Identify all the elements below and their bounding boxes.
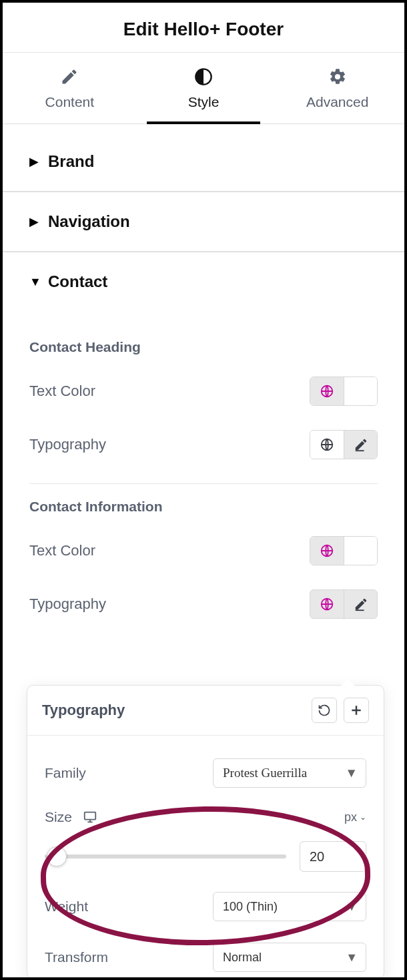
caret-down-icon: ▼ — [29, 275, 39, 289]
section-contact-body: Contact Heading Text Color Typography — [3, 311, 404, 638]
reset-button[interactable] — [312, 698, 337, 723]
row-contact-info-text-color: Text Color — [29, 524, 378, 577]
globe-button[interactable] — [310, 590, 344, 618]
label-size: Size — [45, 809, 72, 825]
color-swatch-button[interactable] — [344, 377, 377, 405]
size-value: 20 — [310, 849, 324, 865]
row-contact-heading-typography: Typography — [29, 418, 378, 471]
contact-information-label: Contact Information — [29, 499, 378, 515]
typography-control — [310, 430, 378, 459]
tab-content-label: Content — [45, 94, 95, 110]
caret-down-icon: ▼ — [345, 766, 358, 780]
globe-button[interactable] — [310, 431, 344, 459]
size-slider[interactable] — [45, 854, 286, 859]
transform-select[interactable]: Normal ▼ — [213, 943, 366, 972]
caret-right-icon: ▶ — [29, 214, 39, 229]
globe-button[interactable] — [310, 377, 344, 405]
panel-header: Edit Hello+ Footer — [3, 3, 404, 53]
tabs: Content Style Advanced — [3, 53, 404, 124]
globe-button[interactable] — [310, 537, 344, 565]
family-value: Protest Guerrilla — [223, 766, 307, 780]
typography-popover: Typography Family Protest Guerrilla ▼ Si… — [27, 685, 384, 979]
divider — [29, 483, 378, 484]
row-weight: Weight 100 (Thin) ▼ — [45, 881, 366, 932]
row-size-header: Size px ⌄ — [45, 798, 366, 836]
label-typography: Typography — [29, 595, 106, 613]
typography-control — [310, 589, 378, 619]
caret-right-icon: ▶ — [29, 154, 39, 169]
unit-select[interactable]: px ⌄ — [344, 810, 366, 824]
plus-icon — [350, 704, 363, 717]
section-brand-header[interactable]: ▶ Brand — [3, 124, 404, 192]
tab-advanced-label: Advanced — [306, 94, 368, 110]
globe-icon — [320, 543, 334, 558]
weight-select[interactable]: 100 (Thin) ▼ — [213, 892, 366, 921]
color-swatch-button[interactable] — [344, 537, 377, 565]
row-transform: Transform Normal ▼ — [45, 932, 366, 972]
pencil-icon — [60, 67, 79, 86]
text-color-picker — [310, 377, 378, 406]
svg-rect-6 — [355, 609, 364, 611]
weight-value: 100 (Thin) — [223, 900, 278, 914]
unit-value: px — [344, 810, 357, 824]
contact-heading-label: Contact Heading — [29, 339, 378, 355]
popover-header: Typography — [27, 686, 384, 736]
globe-icon — [320, 597, 334, 611]
label-weight: Weight — [45, 899, 88, 915]
gear-icon — [328, 67, 347, 86]
tab-style[interactable]: Style — [137, 53, 271, 124]
label-typography: Typography — [29, 436, 106, 453]
add-button[interactable] — [344, 698, 369, 723]
family-select[interactable]: Protest Guerrilla ▼ — [213, 758, 366, 788]
label-family: Family — [45, 765, 86, 781]
row-contact-heading-text-color: Text Color — [29, 364, 378, 418]
desktop-icon[interactable] — [83, 810, 97, 824]
style-panel: ▶ Brand ▶ Navigation ▼ Contact Contact H… — [3, 124, 404, 638]
row-family: Family Protest Guerrilla ▼ — [45, 748, 366, 798]
tab-style-label: Style — [188, 94, 220, 110]
caret-down-icon: ▼ — [346, 951, 358, 965]
undo-icon — [318, 704, 331, 717]
section-navigation-header[interactable]: ▶ Navigation — [3, 192, 404, 252]
section-navigation-title: Navigation — [48, 212, 130, 231]
chevron-down-icon: ⌄ — [360, 812, 366, 822]
globe-icon — [320, 384, 334, 399]
caret-down-icon: ▼ — [346, 900, 358, 914]
row-contact-info-typography: Typography — [29, 577, 378, 631]
row-size-slider: 20 — [45, 836, 366, 881]
tab-content[interactable]: Content — [3, 53, 137, 124]
svg-rect-7 — [85, 812, 96, 820]
pencil-icon — [354, 597, 368, 611]
label-transform: Transform — [45, 949, 108, 965]
half-circle-icon — [194, 67, 213, 86]
text-color-picker — [310, 536, 378, 565]
label-text-color: Text Color — [29, 383, 95, 400]
edit-button[interactable] — [344, 590, 377, 618]
section-contact-title: Contact — [48, 272, 107, 291]
pencil-icon — [354, 437, 368, 452]
popover-title: Typography — [42, 702, 125, 719]
svg-rect-3 — [355, 450, 364, 451]
size-input[interactable]: 20 — [300, 841, 366, 872]
popover-actions — [312, 698, 369, 723]
popover-body: Family Protest Guerrilla ▼ Size px ⌄ 20 — [27, 736, 384, 979]
panel-title: Edit Hello+ Footer — [3, 19, 404, 40]
section-contact-header[interactable]: ▼ Contact — [3, 252, 404, 311]
label-text-color: Text Color — [29, 542, 95, 559]
tab-advanced[interactable]: Advanced — [270, 53, 404, 124]
globe-icon — [320, 437, 334, 452]
section-brand-title: Brand — [48, 152, 94, 171]
edit-button[interactable] — [344, 431, 377, 459]
transform-value: Normal — [223, 951, 262, 965]
slider-thumb[interactable] — [47, 846, 67, 867]
